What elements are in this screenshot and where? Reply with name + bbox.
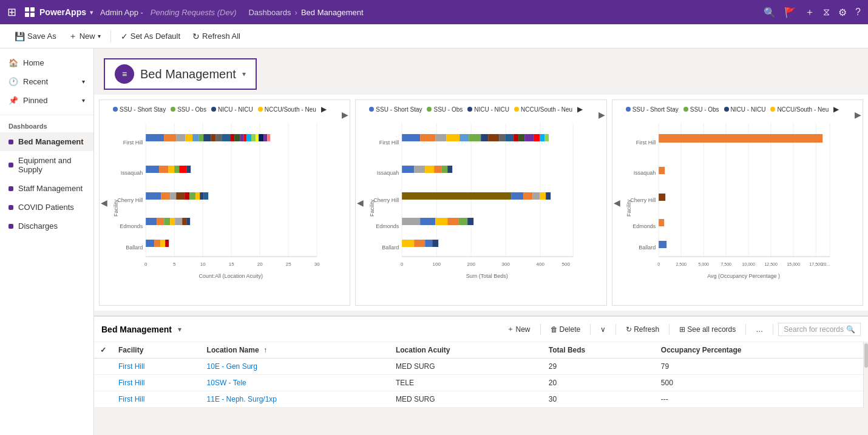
row-checkbox[interactable] [94, 375, 112, 391]
sidebar-item-discharges[interactable]: Discharges [0, 217, 93, 235]
row-facility-3[interactable]: First Hill [112, 391, 201, 408]
scrollbar-thumb [864, 343, 868, 368]
col-header-total-beds[interactable]: Total Beds [543, 342, 655, 359]
chart3-next-icon[interactable]: ▶ [855, 110, 861, 120]
row-acuity-2: TELE [390, 375, 543, 391]
table-new-plus-icon: ＋ [507, 324, 514, 334]
help-icon[interactable]: ? [855, 7, 861, 18]
chart-count-acuity: ◀ SSU - Short Stay SSU - Obs NICU - NICU… [99, 99, 350, 306]
svg-text:Edmonds: Edmonds [120, 223, 143, 229]
svg-rect-53 [157, 218, 164, 225]
svg-text:Ballard: Ballard [639, 244, 656, 251]
refresh-all-button[interactable]: ↻ Refresh All [188, 29, 245, 44]
svg-rect-20 [185, 134, 192, 141]
chart2-legend-more-icon[interactable]: ▶ [577, 105, 583, 113]
pinned-icon: 📌 [8, 96, 18, 105]
sidebar-item-covid-patients[interactable]: COVID Patients [0, 198, 93, 217]
row-checkbox[interactable] [94, 359, 112, 375]
table-chevron-button[interactable]: ∨ [595, 323, 611, 336]
chart3-legend-nccu-icon [770, 107, 775, 112]
sidebar-item-home[interactable]: 🏠 Home [0, 53, 93, 72]
page-title: Bed Management [140, 67, 236, 81]
table-row: First Hill 11E - Neph. Surg/1xp MED SURG… [94, 391, 868, 408]
svg-rect-49 [195, 192, 200, 200]
chart3-legend-more-icon[interactable]: ▶ [833, 105, 839, 113]
chart2-legend-nccu-icon [514, 107, 519, 112]
svg-rect-37 [146, 166, 159, 173]
svg-rect-57 [182, 218, 186, 225]
save-as-button[interactable]: 💾 Save As [10, 29, 61, 44]
table-toolbar-sep1 [540, 324, 541, 335]
legend-ssu-short-stay-icon [113, 107, 118, 112]
chart3-legend: SSU - Short Stay SSU - Obs NICU - NICU N… [626, 105, 858, 113]
col-header-occupancy[interactable]: Occupancy Percentage [655, 342, 868, 359]
chart2-next-icon[interactable]: ▶ [598, 110, 605, 120]
search-nav-icon[interactable]: 🔍 [764, 7, 776, 18]
svg-text:100: 100 [433, 261, 441, 267]
table-more-button[interactable]: … [751, 323, 768, 336]
row-checkbox[interactable] [94, 391, 112, 408]
settings-icon[interactable]: ⚙ [838, 7, 847, 18]
sidebar-item-recent[interactable]: 🕐 Recent ▾ [0, 72, 93, 91]
row-facility-2[interactable]: First Hill [112, 375, 201, 391]
row-location-1[interactable]: 10E - Gen Surg [201, 359, 390, 375]
sidebar-item-equipment-supply[interactable]: Equipment and Supply [0, 151, 93, 179]
chart3-prev-icon[interactable]: ◀ [614, 198, 620, 207]
svg-text:First Hill: First Hill [123, 140, 143, 146]
set-default-button[interactable]: ✓ Set As Default [116, 29, 185, 44]
row-beds-2: 20 [543, 375, 655, 391]
row-location-2[interactable]: 10SW - Tele [201, 375, 390, 391]
chart1-prev-icon[interactable]: ◀ [101, 198, 107, 207]
sidebar-item-staff-management[interactable]: Staff Management [0, 179, 93, 198]
row-location-3[interactable]: 11E - Neph. Surg/1xp [201, 391, 390, 408]
home-icon: 🏠 [8, 58, 18, 67]
chart1-next-icon[interactable]: ▶ [342, 110, 348, 120]
brand-logo[interactable]: PowerApps ▾ [24, 6, 93, 18]
svg-text:300: 300 [502, 261, 510, 267]
svg-rect-88 [459, 134, 469, 141]
svg-rect-47 [185, 192, 189, 200]
add-icon[interactable]: ＋ [805, 6, 815, 19]
filter-icon[interactable]: ⧖ [823, 7, 830, 18]
col-header-location-acuity[interactable]: Location Acuity [390, 342, 543, 359]
svg-rect-0 [25, 7, 29, 12]
col-header-location-name[interactable]: Location Name ↑ [201, 342, 390, 359]
search-box-icon[interactable]: 🔍 [846, 325, 855, 334]
app-name-label: Admin App - [100, 8, 143, 17]
brand-chevron-icon[interactable]: ▾ [90, 9, 93, 16]
table-refresh-button[interactable]: ↻ Refresh [621, 323, 664, 336]
chart1-legend-more-icon[interactable]: ▶ [321, 105, 327, 113]
main-layout: 🏠 Home 🕐 Recent ▾ 📌 Pinned ▾ Dashboards [0, 49, 868, 435]
flag-icon[interactable]: 🚩 [784, 7, 796, 18]
vertical-scrollbar[interactable] [863, 342, 868, 408]
svg-text:Count:All (Location Acuity): Count:All (Location Acuity) [198, 273, 263, 279]
sidebar-item-pinned[interactable]: 📌 Pinned ▾ [0, 91, 93, 110]
svg-rect-39 [168, 166, 174, 173]
table-grid-icon: ⊞ [679, 325, 685, 334]
chart2-prev-icon[interactable]: ◀ [357, 198, 364, 207]
svg-rect-24 [211, 134, 215, 141]
table-new-button[interactable]: ＋ New [502, 322, 535, 337]
svg-rect-30 [243, 134, 246, 141]
table-see-all-button[interactable]: ⊞ See all records [674, 323, 741, 336]
table-delete-button[interactable]: 🗑 Delete [546, 323, 586, 336]
table-toolbar-sep6 [773, 324, 773, 335]
app-subtitle-label: Pending Requests (Dev) [151, 8, 237, 17]
main-content: ≡ Bed Management ▾ ◀ SSU - Short Stay SS… [94, 49, 868, 435]
breadcrumb-home[interactable]: Dashboards [248, 8, 291, 17]
svg-rect-104 [441, 166, 447, 173]
svg-rect-59 [146, 240, 154, 247]
page-title-chevron-icon[interactable]: ▾ [242, 70, 246, 78]
table-title-chevron-icon[interactable]: ▾ [178, 325, 181, 334]
col-header-facility[interactable]: Facility [112, 342, 201, 359]
sidebar: 🏠 Home 🕐 Recent ▾ 📌 Pinned ▾ Dashboards [0, 49, 94, 435]
svg-text:Edmonds: Edmonds [632, 223, 656, 229]
svg-rect-90 [481, 134, 488, 141]
svg-rect-145 [659, 134, 822, 143]
svg-rect-84 [402, 134, 420, 141]
waffle-menu-icon[interactable]: ⊞ [7, 5, 16, 19]
sidebar-item-bed-management[interactable]: Bed Management [0, 132, 93, 151]
new-button[interactable]: ＋ New ▾ [64, 29, 106, 44]
row-facility-1[interactable]: First Hill [112, 359, 201, 375]
svg-rect-113 [420, 218, 435, 225]
